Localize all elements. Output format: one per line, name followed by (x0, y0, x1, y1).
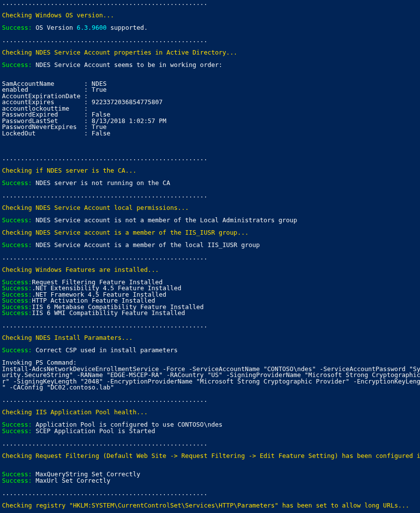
console-line: ........................................… (2, 490, 418, 497)
console-text-segment: Checking NDES Service Account local perm… (2, 204, 189, 211)
console-line (2, 509, 418, 513)
console-text-segment: ........................................… (2, 36, 208, 44)
console-line (2, 143, 418, 149)
console-text-segment: Success: (2, 24, 36, 31)
console-line: ........................................… (2, 192, 418, 199)
console-text-segment (2, 508, 6, 513)
console-line (2, 136, 418, 143)
console-text-segment: Checking registry "HKLM:SYSTEM\CurrentCo… (2, 502, 409, 509)
console-text-segment: ........................................… (2, 489, 208, 497)
console-line: Checking NDES Service Account local perm… (2, 205, 418, 211)
console-text-segment: ........................................… (2, 0, 208, 6)
console-text-segment: Success: (2, 346, 36, 354)
console-text-segment: Success: (2, 61, 36, 68)
console-text-segment: Checking if NDES server is the CA... (2, 167, 137, 174)
console-line: ........................................… (2, 37, 418, 44)
console-text-segment: " -CAConfig "DC02.contoso.lab" (2, 384, 114, 391)
console-line: ........................................… (2, 155, 418, 162)
console-text-segment: Checking Windows OS version... (2, 11, 114, 19)
console-text-segment: Checking NDES Service account is a membe… (2, 229, 249, 236)
console-line: Success: MaxUrl Set Correctly (2, 478, 418, 484)
console-text-segment: Success: (2, 216, 36, 224)
console-text-segment: Checking NDES Install Paramaters... (2, 334, 133, 341)
console-text-segment: Success: (2, 309, 32, 317)
console-line: ........................................… (2, 0, 418, 6)
console-text-segment: Checking IIS Application Pool health... (2, 408, 148, 416)
console-text-segment: Checking Windows Features are installed.… (2, 266, 159, 273)
console-text-segment: Success: (2, 477, 36, 484)
console-text-segment: IIS 6 WMI Compatibility Feature Installe… (32, 309, 185, 317)
console-text-segment: ........................................… (2, 154, 208, 162)
console-line: Checking if NDES server is the CA... (2, 168, 418, 174)
console-line: Checking NDES Service account is a membe… (2, 230, 418, 236)
console-line: Checking NDES Install Paramaters... (2, 335, 418, 341)
console-line: Success: NDES Service Account is a membe… (2, 242, 418, 249)
console-text-segment: Checking Request Filtering (Default Web … (2, 452, 420, 459)
console-line: Success: NDES Service Account seems to b… (2, 62, 418, 68)
console-line: ........................................… (2, 441, 418, 447)
console-text-segment: Success: (2, 179, 36, 187)
console-text-segment: Success: (2, 241, 36, 249)
console-line: Checking Windows OS version... (2, 12, 418, 19)
console-line: ........................................… (2, 322, 418, 329)
console-text-segment: supported. (107, 24, 148, 31)
console-text-segment: ........................................… (2, 192, 208, 199)
console-line: Success: OS Version 6.3.9600 supported. (2, 25, 418, 31)
console-text-segment: LockedOut : False (2, 129, 110, 137)
console-line: Checking IIS Application Pool health... (2, 409, 418, 416)
console-text-segment: NDES server is not running on the CA (36, 179, 170, 187)
console-line: " -CAConfig "DC02.contoso.lab" (2, 385, 418, 391)
console-text-segment: ........................................… (2, 321, 208, 329)
console-line: Checking Windows Features are installed.… (2, 267, 418, 273)
console-line: Success:IIS 6 WMI Compatibility Feature … (2, 310, 418, 317)
console-line: Checking Request Filtering (Default Web … (2, 453, 418, 459)
console-text-segment: ........................................… (2, 440, 208, 447)
console-text-segment: Correct CSP used in install parameters (36, 346, 178, 354)
console-line: Success: SCEP Application Pool is Starte… (2, 428, 418, 435)
console-line: ........................................… (2, 255, 418, 261)
console-text-segment: Success: (2, 427, 36, 435)
console-line (2, 68, 418, 75)
console-text-segment: NDES Service account is not a member of … (36, 216, 297, 224)
powershell-console-output[interactable]: ........................................… (0, 0, 420, 513)
console-line: Success: Correct CSP used in install par… (2, 347, 418, 354)
console-text-segment: MaxUrl Set Correctly (36, 477, 111, 484)
console-text-segment: NDES Service Account seems to be in work… (36, 61, 222, 68)
console-text-segment: 6.3.9600 (77, 24, 107, 31)
console-text-segment: ........................................… (2, 254, 208, 261)
console-text-segment: ........................................… (2, 396, 208, 403)
console-line (2, 459, 418, 465)
console-text-segment: NDES Service Account is a member of the … (36, 241, 260, 249)
console-line: LockedOut : False (2, 130, 418, 137)
console-line: Checking registry "HKLM:SYSTEM\CurrentCo… (2, 503, 418, 509)
console-text-segment: SCEP Application Pool is Started (36, 427, 155, 435)
console-line: Success: NDES Service account is not a m… (2, 217, 418, 224)
console-line: ........................................… (2, 397, 418, 403)
console-text-segment: Checking NDES Service Account properties… (2, 49, 237, 56)
console-text-segment: OS Version (36, 24, 77, 31)
console-line: Checking NDES Service Account properties… (2, 50, 418, 56)
console-line: Success: NDES server is not running on t… (2, 180, 418, 187)
